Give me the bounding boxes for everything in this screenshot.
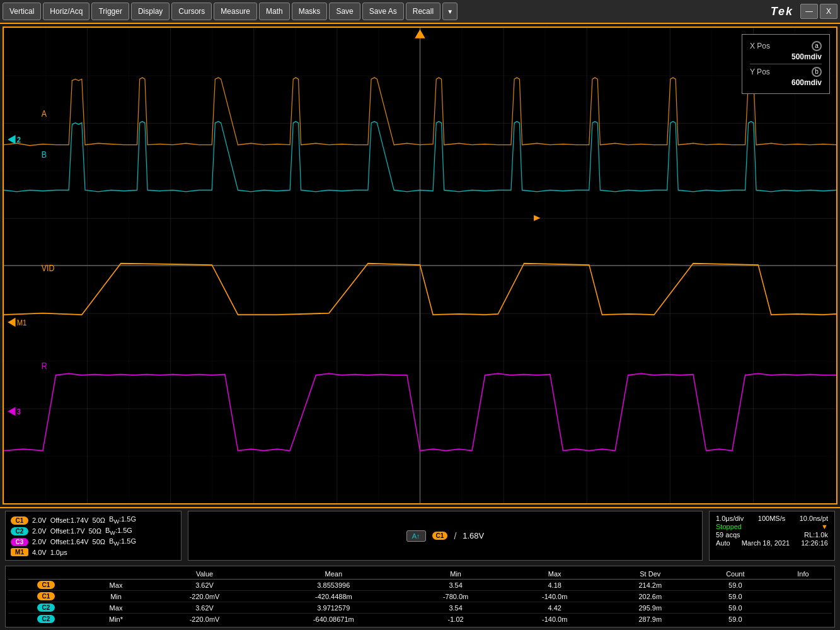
row-max: -140.0m (505, 614, 604, 625)
row-stdev: 214.2m (604, 580, 696, 591)
col-stdev: St Dev (604, 569, 696, 580)
ch1-badge: C1 (11, 516, 28, 525)
ch3-offset: Offset:1.64V (50, 538, 89, 545)
timebase-div: 1.0μs/div (716, 515, 744, 522)
col-count: Count (696, 569, 774, 580)
masks-button[interactable]: Masks (292, 3, 328, 20)
trigger-button[interactable]: Trigger (91, 3, 129, 20)
row-info (774, 591, 832, 602)
row-stdev: 295.9m (604, 602, 696, 614)
ch1-bw: BW:1.5G (109, 515, 136, 525)
row-value: -220.0mV (148, 591, 261, 602)
ch2-badge: C2 (11, 527, 28, 535)
timebase-acqs: 59 acqs (716, 531, 740, 539)
trigger-level: 1.68V (463, 531, 484, 540)
ch3-badge: C3 (11, 538, 28, 546)
math-button[interactable]: Math (259, 3, 290, 20)
timebase-pts: 10.0ns/pt (800, 515, 828, 522)
x-pos-label: X Pos (750, 42, 770, 50)
row-meas: Min* (84, 614, 148, 625)
row-count: 59.0 (696, 591, 774, 602)
timebase-date: March 18, 2021 (742, 539, 790, 547)
y-pos-circle: b (812, 67, 822, 77)
main-area: A B VID R 2 3 M1 X Pos a 500mdiv Y Pos (0, 24, 840, 630)
col-info: Info (774, 569, 832, 580)
ch2-bw: BW:1.5G (105, 527, 132, 536)
ch1-offset: Offset:1.74V (50, 516, 89, 524)
timebase-panel: 1.0μs/div 100MS/s 10.0ns/pt Stopped ▼ 59… (709, 511, 835, 561)
col-max: Max (505, 569, 604, 580)
trigger-ch: C1 (432, 532, 448, 540)
svg-text:B: B (42, 149, 47, 160)
row-value: -220.0mV (148, 614, 261, 625)
dropdown-button[interactable]: ▼ (442, 3, 457, 20)
x-pos-value: 500mdiv (791, 52, 822, 61)
svg-text:M1: M1 (17, 318, 27, 327)
row-meas: Max (84, 602, 148, 614)
minimize-button[interactable]: — (800, 4, 818, 19)
save-as-button[interactable]: Save As (362, 3, 404, 20)
measure-button[interactable]: Measure (214, 3, 257, 20)
row-value: 3.62V (148, 580, 261, 591)
close-button[interactable]: X (820, 4, 837, 19)
col-meas (84, 569, 148, 580)
row-max: 4.42 (505, 602, 604, 614)
ch1-info-row: C1 2.0V Offset:1.74V 50Ω BW:1.5G (11, 515, 176, 525)
row-min: 3.54 (406, 602, 505, 614)
recall-button[interactable]: Recall (406, 3, 440, 20)
row-max: 4.18 (505, 580, 604, 591)
row-min: 3.54 (406, 580, 505, 591)
row-ch: C1 (8, 580, 84, 591)
row-min: -1.02 (406, 614, 505, 625)
tek-logo: Tek (771, 5, 793, 18)
svg-text:R: R (42, 361, 47, 371)
ch3-impedance: 50Ω (93, 538, 105, 545)
table-row: C1 Max 3.62V 3.8553996 3.54 4.18 214.2m … (8, 580, 832, 591)
ch3-info-row: C3 2.0V Offset:1.64V 50Ω BW:1.5G (11, 537, 176, 547)
row-mean: 3.9712579 (261, 602, 406, 614)
trigger-panel: A↑ C1 / 1.68V (188, 511, 703, 561)
row-stdev: 202.6m (604, 591, 696, 602)
measurement-table-area: Value Mean Min Max St Dev Count Info C1 … (5, 566, 835, 627)
row-meas: Min (84, 591, 148, 602)
row-ch: C2 (8, 602, 84, 614)
timebase-status: Stopped (716, 523, 742, 530)
svg-text:2: 2 (17, 135, 21, 144)
ch1-voltage: 2.0V (32, 516, 47, 524)
row-stdev: 287.9m (604, 614, 696, 625)
ch2-impedance: 50Ω (88, 527, 101, 535)
row-count: 59.0 (696, 602, 774, 614)
trigger-badge: A↑ (406, 530, 426, 542)
col-value: Value (148, 569, 261, 580)
row-ch: C2 (8, 614, 84, 625)
scope-screen: A B VID R 2 3 M1 X Pos a 500mdiv Y Pos (3, 26, 837, 505)
timebase-sample-rate: 100MS/s (758, 515, 785, 522)
row-mean: -420.4488m (261, 591, 406, 602)
row-ch-badge: C2 (37, 604, 55, 612)
channel-info-panel: C1 2.0V Offset:1.74V 50Ω BW:1.5G C2 2.0V… (5, 511, 181, 561)
horiz-acq-button[interactable]: Horiz/Acq (43, 3, 89, 20)
table-row: C2 Max 3.62V 3.9712579 3.54 4.42 295.9m … (8, 602, 832, 614)
row-ch-badge: C1 (37, 581, 55, 589)
cursors-button[interactable]: Cursors (171, 3, 212, 20)
row-ch-badge: C2 (37, 615, 55, 623)
row-meas: Max (84, 580, 148, 591)
display-button[interactable]: Display (131, 3, 170, 20)
m1-info-row: M1 4.0V 1.0μs (11, 548, 176, 556)
save-button[interactable]: Save (329, 3, 360, 20)
vertical-button[interactable]: Vertical (3, 3, 41, 20)
ch2-info-row: C2 2.0V Offset:1.7V 50Ω BW:1.5G (11, 527, 176, 536)
x-pos-circle: a (812, 41, 822, 51)
m1-voltage: 4.0V (32, 549, 47, 556)
row-max: -140.0m (505, 591, 604, 602)
row-info (774, 580, 832, 591)
timebase-mode: Auto (716, 539, 730, 547)
waveform-svg: A B VID R 2 3 M1 (4, 28, 836, 503)
col-mean: Mean (261, 569, 406, 580)
ch3-bw: BW:1.5G (109, 537, 136, 547)
measurement-table: Value Mean Min Max St Dev Count Info C1 … (8, 569, 832, 624)
row-info (774, 614, 832, 625)
row-count: 59.0 (696, 580, 774, 591)
ch2-offset: Offset:1.7V (50, 527, 85, 535)
row-value: 3.62V (148, 602, 261, 614)
